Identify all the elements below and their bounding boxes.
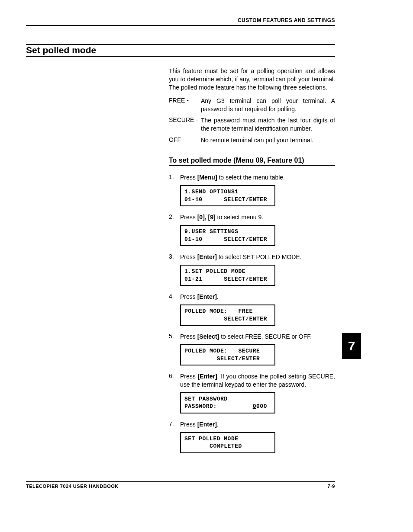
step-text: Press [Enter].: [180, 420, 335, 429]
definition-description: Any G3 terminal can poll your terminal. …: [201, 97, 335, 113]
step-number: 1.: [169, 173, 180, 182]
footer: TELECOPIER 7024 USER HANDBOOK 7-9: [26, 481, 335, 489]
footer-left: TELECOPIER 7024 USER HANDBOOK: [26, 484, 119, 489]
definition-term: OFF -: [169, 136, 201, 144]
step-number: 5.: [169, 333, 180, 341]
step: 5.Press [Select] to select FREE, SECURE …: [169, 333, 335, 341]
lcd-display: POLLED MODE: SECURE SELECT/ENTER: [180, 344, 275, 365]
step: 1.Press [Menu] to select the menu table.: [169, 173, 335, 182]
step: 2.Press [0], [9] to select menu 9.: [169, 213, 335, 221]
intro-paragraph: This feature must be set for a polling o…: [169, 67, 335, 92]
key-press: [Enter]: [197, 253, 217, 260]
step-text: Press [0], [9] to select menu 9.: [180, 213, 335, 221]
step-text: Press [Menu] to select the menu table.: [180, 173, 335, 182]
footer-right: 7-9: [328, 484, 335, 489]
definition-row: OFF -No remote terminal can poll your te…: [169, 136, 335, 144]
step-text: Press [Enter]. If you choose the polled …: [180, 372, 335, 389]
key-press: [Enter]: [197, 421, 217, 428]
content-column: This feature must be set for a polling o…: [169, 67, 335, 453]
step-text: Press [Enter].: [180, 293, 335, 301]
key-press: [Select]: [197, 333, 219, 340]
definition-description: No remote terminal can poll your termina…: [201, 136, 335, 144]
lcd-display: POLLED MODE: FREE SELECT/ENTER: [180, 304, 275, 326]
definition-description: The password must match the last four di…: [201, 116, 335, 133]
steps-list: 1.Press [Menu] to select the menu table.…: [169, 173, 335, 453]
lcd-display: 1.SET POLLED MODE 01-21 SELECT/ENTER: [180, 265, 275, 286]
header-running-title: CUSTOM FEATURES AND SETTINGS: [26, 17, 335, 23]
subheading: To set polled mode (Menu 09, Feature 01): [169, 157, 335, 164]
step: 4.Press [Enter].: [169, 293, 335, 301]
header-rule: [26, 25, 335, 26]
key-press: [Enter]: [197, 293, 217, 300]
step-number: 2.: [169, 213, 180, 221]
step: 6.Press [Enter]. If you choose the polle…: [169, 372, 335, 389]
subheading-rule: [169, 165, 335, 166]
step-text: Press [Select] to select FREE, SECURE or…: [180, 333, 335, 341]
definition-term: SECURE -: [169, 116, 201, 133]
title-rule-bottom: [26, 56, 335, 57]
step-text: Press [Enter] to select SET POLLED MODE.: [180, 253, 335, 261]
section-title: Set polled mode: [26, 45, 335, 55]
step: 3.Press [Enter] to select SET POLLED MOD…: [169, 253, 335, 261]
step: 7.Press [Enter].: [169, 420, 335, 429]
key-press: [Menu]: [197, 174, 217, 181]
key-press: [0], [9]: [197, 214, 216, 221]
section-title-block: Set polled mode: [26, 44, 335, 57]
lcd-display: 1.SEND OPTIONS1 01-10 SELECT/ENTER: [180, 185, 275, 206]
step-number: 3.: [169, 253, 180, 261]
definition-row: FREE -Any G3 terminal can poll your term…: [169, 97, 335, 113]
key-press: [Enter]: [197, 373, 217, 380]
definition-term: FREE -: [169, 97, 201, 113]
step-number: 4.: [169, 293, 180, 301]
definition-row: SECURE -The password must match the last…: [169, 116, 335, 133]
lcd-display: SET POLLED MODE COMPLETED: [180, 432, 275, 453]
lcd-display: SET PASSWORD PASSWORD: 0000: [180, 392, 275, 413]
lcd-display: 9.USER SETTINGS 01-10 SELECT/ENTER: [180, 225, 275, 246]
definition-list: FREE -Any G3 terminal can poll your term…: [169, 97, 335, 144]
step-number: 7.: [169, 420, 180, 429]
chapter-tab: 7: [342, 333, 361, 359]
footer-rule: [26, 481, 335, 482]
step-number: 6.: [169, 372, 180, 389]
